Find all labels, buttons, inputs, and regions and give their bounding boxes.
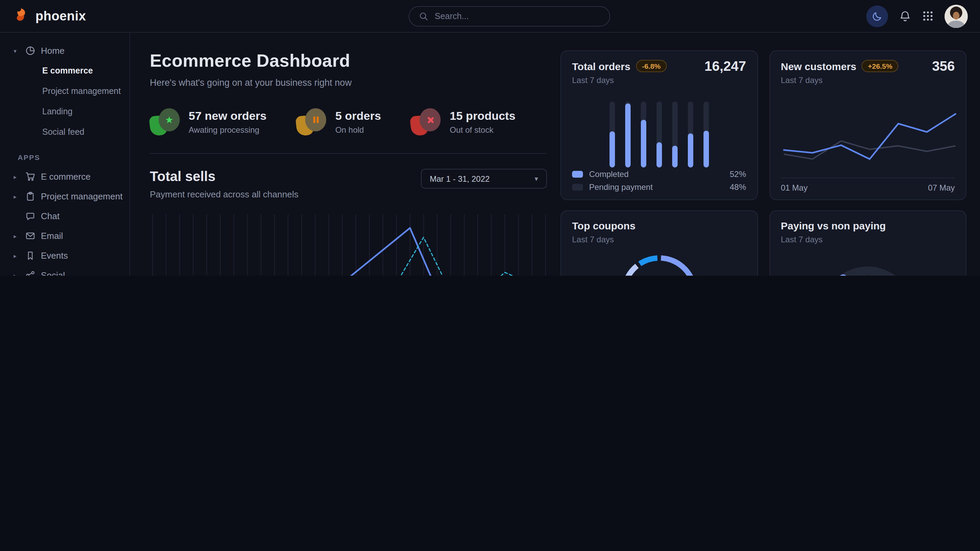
bar [672, 102, 678, 167]
navbar-actions [866, 5, 968, 27]
sidebar-subitem-social-feed[interactable]: Social feed [0, 122, 129, 142]
stat-on-hold: 5 orders On hold [297, 108, 381, 135]
total-sells-chart [150, 212, 548, 276]
stat-label: On hold [336, 125, 381, 135]
caret-icon: ▸ [14, 193, 20, 200]
logo[interactable]: phoenix [12, 7, 86, 25]
sidebar-item-label: Project management [41, 191, 123, 202]
legend-value: 48% [730, 183, 746, 192]
bar [609, 102, 615, 167]
chat-icon [25, 211, 35, 221]
global-search-placeholder: Search... [435, 11, 469, 21]
top-coupons-center-value: 72% [617, 251, 702, 276]
cart-icon [25, 171, 35, 182]
sidebar-item-e-commerce[interactable]: ▸ E commerce [0, 167, 129, 186]
total-orders-period: Last 7 days [572, 76, 746, 85]
paying-card: Paying vs non paying Last 7 days Paying … [769, 210, 966, 276]
dark-mode-toggle[interactable] [866, 5, 888, 27]
total-orders-value: 16,247 [705, 59, 746, 74]
chevron-down-icon: ▾ [535, 175, 538, 183]
x-icon [427, 116, 434, 124]
sidebar-subitem-project-management[interactable]: Project management [0, 81, 129, 102]
sidebar-item-label: E commerce [41, 171, 91, 182]
sidebar-subitem-e-commerce[interactable]: E commerce [0, 60, 129, 81]
total-orders-badge: -6.8% [636, 60, 667, 72]
legend-row: Pending payment 48% [572, 183, 746, 192]
page-subtitle: Here's what's going on at your business … [150, 78, 547, 88]
caret-icon: ▾ [14, 47, 20, 54]
legend-label: Completed [589, 170, 730, 179]
caret-icon: ▸ [14, 232, 20, 239]
clipboard-icon [25, 191, 35, 202]
legend-row: Completed 52% [572, 170, 746, 179]
total-sells-title: Total sells [150, 169, 298, 184]
bar [703, 102, 709, 167]
bell-icon[interactable] [899, 10, 911, 22]
sidebar-item-events[interactable]: ▸ Events [0, 246, 129, 265]
user-avatar[interactable] [945, 5, 968, 27]
bar [657, 102, 662, 167]
paying-gauge-chart [817, 261, 919, 276]
top-coupons-period: Last 7 days [572, 235, 746, 245]
x-axis-label: 01 May [781, 183, 808, 193]
stat-icon [297, 108, 326, 135]
sidebar-item-email[interactable]: ▸ Email [0, 226, 129, 246]
bar [625, 102, 631, 167]
bar [641, 102, 646, 167]
page: phoenix Search... ▾ HomeE commerceProjec… [0, 0, 980, 276]
date-range-value: Mar 1 - 31, 2022 [430, 174, 490, 183]
global-search-input[interactable]: Search... [409, 6, 611, 26]
sidebar-nav: ▾ HomeE commerceProject managementLandin… [0, 41, 129, 276]
stat-icon: ★ [150, 108, 180, 135]
pause-icon [313, 116, 319, 123]
total-orders-title: Total orders [572, 60, 630, 72]
sidebar-item-project-management[interactable]: ▸ Project management [0, 186, 129, 206]
star-icon: ★ [165, 115, 173, 125]
total-orders-legend: Completed 52% Pending payment 48% [572, 170, 746, 192]
stats-row: ★ 57 new orders Awating processing 5 ord… [150, 108, 547, 135]
stat-out-of-stock: 15 products Out of stock [411, 108, 515, 135]
paying-period: Last 7 days [781, 235, 955, 245]
avatar-photo [945, 5, 968, 27]
apps-grid-icon[interactable] [922, 10, 934, 22]
legend-value: 52% [730, 170, 746, 179]
new-customers-badge: +26.5% [862, 60, 899, 72]
moon-icon [872, 11, 883, 21]
caret-icon: ▸ [14, 173, 20, 180]
legend-swatch [572, 184, 583, 191]
legend-label: Pending payment [589, 183, 730, 192]
new-customers-card: New customers +26.5% 356 Last 7 days 01 … [769, 50, 966, 200]
share-icon [25, 270, 35, 276]
date-range-select[interactable]: Mar 1 - 31, 2022 ▾ [421, 169, 547, 189]
new-customers-value: 356 [932, 59, 955, 74]
sidebar-section-apps: APPS [0, 153, 129, 161]
caret-icon: ▸ [14, 272, 20, 276]
page-title: Ecommerce Dashboard [150, 50, 547, 71]
paying-title: Paying vs non paying [781, 220, 886, 232]
x-axis-label: 07 May [928, 183, 955, 193]
stat-value: 15 products [450, 109, 515, 123]
sidebar-item-label: Email [41, 231, 63, 241]
mail-icon [25, 231, 35, 241]
stat-label: Out of stock [450, 125, 515, 135]
total-orders-card: Total orders -6.8% 16,247 Last 7 days Co… [560, 50, 758, 200]
sidebar-item-label: Social [41, 270, 65, 276]
total-sells-subtitle: Payment received across all channels [150, 189, 298, 199]
top-navbar: phoenix Search... [0, 0, 980, 33]
bookmark-icon [25, 251, 35, 261]
new-customers-period: Last 7 days [781, 76, 955, 85]
stat-value: 57 new orders [189, 109, 267, 123]
legend-swatch [572, 171, 583, 178]
sidebar-subitem-landing[interactable]: Landing [0, 102, 129, 122]
stat-label: Awating processing [189, 125, 267, 135]
stat-value: 5 orders [336, 109, 381, 123]
phoenix-logo-icon [12, 7, 30, 25]
search-icon [419, 11, 429, 21]
sidebar-item-label: Home [41, 46, 64, 56]
sidebar-item-social[interactable]: ▸ Social [0, 265, 129, 276]
new-customers-x-labels: 01 May07 May [781, 178, 955, 193]
caret-icon: ▸ [14, 252, 20, 259]
sidebar-item-home[interactable]: ▾ Home [0, 41, 129, 60]
stats-divider [150, 153, 547, 154]
sidebar-item-chat[interactable]: Chat [0, 206, 129, 226]
